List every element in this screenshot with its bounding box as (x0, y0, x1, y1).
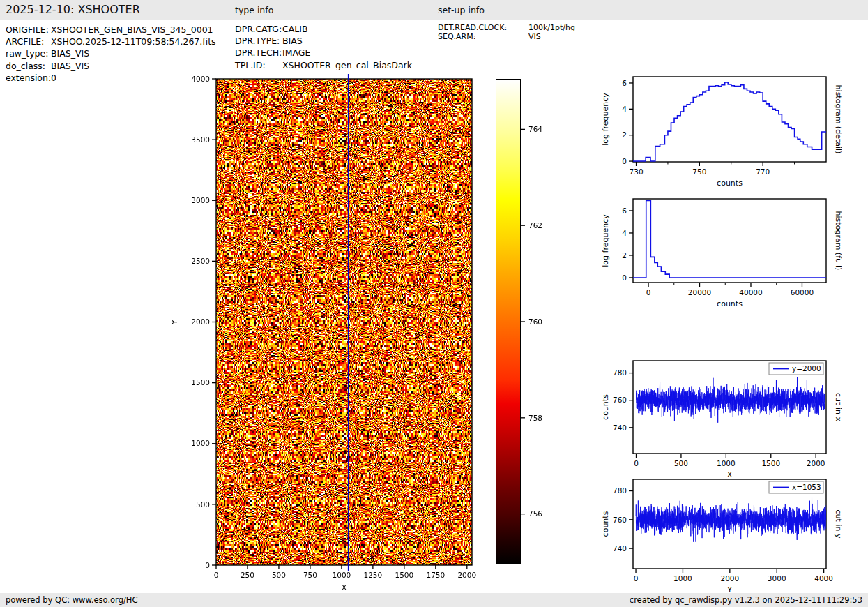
svg-text:histogram (detail): histogram (detail) (834, 85, 843, 154)
footer-left-text: powered by QC: www.eso.org/HC (6, 593, 137, 607)
svg-text:4: 4 (622, 105, 627, 113)
svg-text:750: 750 (692, 167, 706, 176)
svg-text:cut in y: cut in y (834, 510, 843, 539)
svg-text:740: 740 (613, 544, 627, 553)
svg-text:0: 0 (634, 459, 639, 467)
footer-right-text: created by qc_rawdisp.py v1.2.3 on 2025-… (630, 593, 862, 607)
svg-text:740: 740 (613, 424, 627, 432)
svg-text:60000: 60000 (791, 288, 814, 297)
svg-text:1750: 1750 (426, 571, 445, 579)
cut-in-x-plot: 0500100015002000740760780Xcountscut in x… (596, 352, 853, 479)
svg-text:500: 500 (674, 459, 688, 467)
svg-text:1500: 1500 (395, 571, 413, 579)
histogram-detail-plot: 7307507700246countslog frequencyhistogra… (596, 68, 853, 197)
svg-text:4000: 4000 (814, 574, 833, 583)
svg-text:6: 6 (622, 79, 627, 87)
svg-text:20000: 20000 (688, 288, 711, 297)
svg-text:760: 760 (528, 317, 542, 326)
svg-text:758: 758 (528, 414, 542, 422)
svg-text:0: 0 (622, 273, 627, 282)
svg-text:x=1053: x=1053 (792, 483, 821, 491)
svg-text:1500: 1500 (191, 378, 210, 387)
svg-text:760: 760 (613, 516, 627, 524)
svg-text:1000: 1000 (673, 574, 692, 583)
svg-text:2: 2 (622, 130, 627, 139)
svg-text:3000: 3000 (768, 574, 786, 583)
svg-text:4000: 4000 (191, 75, 210, 83)
qc-report-page: 2025-12-10: XSHOOTER type info set-up in… (0, 0, 868, 607)
svg-text:1250: 1250 (364, 571, 383, 579)
svg-text:0: 0 (622, 157, 627, 165)
svg-text:756: 756 (528, 509, 542, 518)
colorbar (496, 79, 521, 564)
svg-text:2000: 2000 (807, 459, 825, 467)
svg-text:3000: 3000 (191, 196, 210, 204)
svg-text:Y: Y (170, 320, 179, 325)
figure-area: 0250500750100012501500175020000500100015… (0, 0, 868, 607)
svg-text:2000: 2000 (191, 317, 210, 326)
svg-text:counts: counts (717, 179, 743, 188)
svg-text:0: 0 (205, 561, 210, 569)
svg-text:780: 780 (613, 368, 627, 377)
footer-bar: powered by QC: www.eso.org/HC created by… (0, 593, 868, 607)
svg-text:760: 760 (613, 396, 627, 404)
svg-text:500: 500 (196, 500, 210, 509)
svg-text:762: 762 (528, 221, 542, 230)
bias-image-axes: 0250500750100012501500175020000500100015… (167, 66, 502, 605)
svg-text:3500: 3500 (191, 135, 210, 144)
svg-text:y=2000: y=2000 (792, 364, 821, 373)
colorbar-ticks: 764762760758756 (519, 79, 561, 565)
svg-text:730: 730 (630, 167, 644, 176)
cut-in-y-plot: 01000200030004000740760780Ycountscut in … (596, 471, 853, 595)
histogram-full-plot: 02000040000600000246countslog frequencyh… (596, 190, 853, 318)
svg-text:1000: 1000 (191, 439, 210, 447)
svg-text:250: 250 (241, 571, 254, 579)
svg-text:1000: 1000 (717, 459, 736, 467)
svg-text:500: 500 (272, 571, 286, 579)
svg-text:1500: 1500 (761, 459, 780, 467)
svg-text:histogram (full): histogram (full) (834, 211, 843, 271)
svg-text:2000: 2000 (457, 571, 476, 579)
svg-text:0: 0 (646, 288, 651, 297)
svg-text:764: 764 (528, 125, 542, 133)
svg-text:1000: 1000 (333, 571, 351, 579)
svg-text:counts: counts (601, 511, 610, 537)
svg-text:780: 780 (613, 486, 627, 495)
svg-text:6: 6 (622, 207, 627, 215)
svg-text:40000: 40000 (739, 288, 762, 297)
svg-text:2000: 2000 (720, 574, 739, 583)
svg-text:4: 4 (622, 229, 627, 237)
svg-text:cut in x: cut in x (834, 393, 843, 421)
svg-text:750: 750 (303, 571, 317, 579)
svg-text:770: 770 (756, 167, 770, 176)
svg-text:counts: counts (601, 394, 610, 420)
svg-text:counts: counts (717, 299, 743, 308)
svg-text:2: 2 (622, 251, 627, 260)
svg-text:log frequency: log frequency (601, 93, 610, 146)
svg-text:log frequency: log frequency (601, 214, 610, 267)
svg-text:0: 0 (634, 574, 639, 583)
svg-text:2500: 2500 (191, 257, 210, 265)
svg-text:0: 0 (214, 571, 219, 579)
svg-text:X: X (342, 583, 347, 592)
